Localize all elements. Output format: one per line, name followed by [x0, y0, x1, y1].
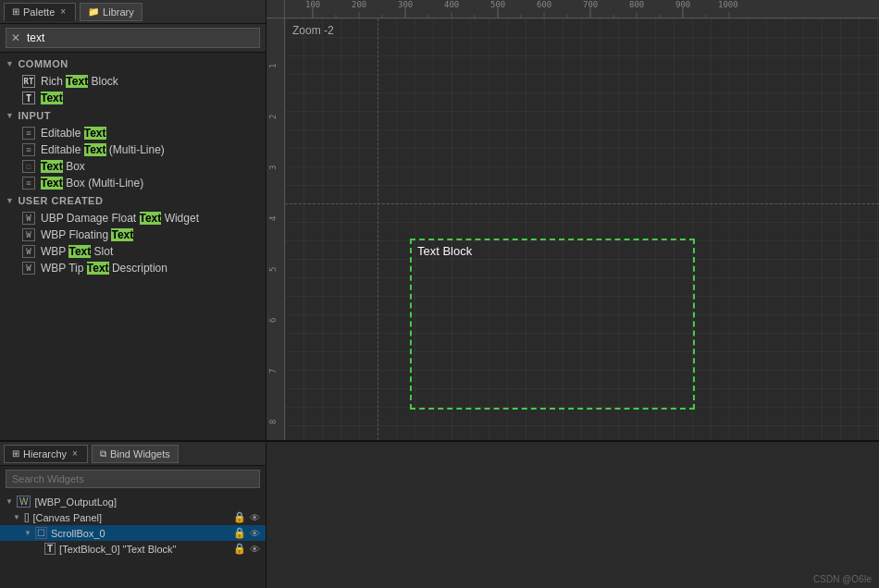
- palette-tab-label: Palette: [23, 6, 55, 18]
- palette-item-wbp-tip[interactable]: W WBP Tip Text Description: [0, 260, 266, 276]
- hierarchy-icon: ⊞: [12, 448, 19, 459]
- v-dashed-line: [378, 18, 378, 440]
- wbp-floating-label: WBP Floating Text: [41, 228, 133, 241]
- wbp-tip-icon: W: [22, 262, 35, 275]
- hierarchy-tab-label: Hierarchy: [23, 448, 67, 459]
- textblock-eye-icon[interactable]: 👁: [250, 544, 260, 555]
- palette-tab-bar: ⊞ Palette × 📁 Library: [0, 0, 266, 24]
- ruler-top-svg: 100 200 300 400 500 600 700 800: [285, 0, 879, 18]
- palette-item-rich-text-block[interactable]: RT Rich Text Block: [0, 73, 266, 90]
- ubp-icon: W: [22, 212, 35, 225]
- svg-text:200: 200: [352, 0, 366, 9]
- palette-item-text[interactable]: T Text: [0, 90, 266, 106]
- user-created-triangle: ▼: [6, 196, 14, 205]
- svg-text:700: 700: [583, 0, 598, 9]
- canvas-panel-label: [Canvas Panel]: [32, 512, 102, 523]
- wbp-slot-label: WBP Text Slot: [41, 245, 113, 258]
- svg-text:6: 6: [268, 318, 278, 323]
- textblock-icons: 🔒 👁: [233, 543, 260, 555]
- svg-rect-30: [266, 18, 285, 440]
- ruler-left: 1 2 3 4 5 6 7 8: [266, 18, 285, 440]
- svg-text:4: 4: [268, 216, 278, 221]
- text-box-label: Text Box: [41, 160, 85, 173]
- canvas-panel-icons: 🔒 👁: [233, 511, 260, 523]
- hierarchy-tree: ▼ W [WBP_OutputLog] ▼ [] [Canvas Panel] …: [0, 492, 266, 588]
- canvas-bottom-right: CSDN @O6Ie: [266, 442, 879, 588]
- tree-item-wbp-outputlog[interactable]: ▼ W [WBP_OutputLog]: [0, 494, 266, 509]
- svg-text:2: 2: [268, 115, 278, 119]
- wbp-tip-label: WBP Tip Text Description: [41, 262, 167, 275]
- tree-item-textblock0[interactable]: ▶ T [TextBlock_0] "Text Block" 🔒 👁: [0, 541, 266, 557]
- svg-text:500: 500: [490, 0, 505, 9]
- svg-text:100: 100: [305, 0, 320, 9]
- palette-item-editable-text[interactable]: ≡ Editable Text: [0, 125, 266, 141]
- common-triangle: ▼: [6, 59, 14, 68]
- hierarchy-tab-bar: ⊞ Hierarchy × ⧉ Bind Widgets: [0, 442, 266, 466]
- scrollbox-icons: 🔒 👁: [233, 527, 260, 539]
- palette-item-text-box-multi[interactable]: ≡ Text Box (Multi-Line): [0, 175, 266, 191]
- svg-text:900: 900: [675, 0, 690, 9]
- ruler-corner: [266, 0, 285, 18]
- svg-text:800: 800: [629, 0, 644, 9]
- svg-rect-0: [285, 0, 879, 18]
- svg-text:1: 1: [268, 64, 278, 68]
- tree-item-scrollbox0[interactable]: ▼ ☐ ScrollBox_0 🔒 👁: [0, 525, 266, 541]
- search-bar: ✕: [0, 24, 266, 53]
- palette-item-ubp-damage[interactable]: W UBP Damage Float Text Widget: [0, 210, 266, 227]
- svg-text:5: 5: [268, 267, 278, 272]
- bind-widgets-tab[interactable]: ⧉ Bind Widgets: [92, 445, 179, 463]
- rich-text-icon: RT: [22, 75, 35, 88]
- search-x-icon: ✕: [11, 31, 20, 44]
- editable-text-multi-icon: ≡: [22, 143, 35, 156]
- svg-text:7: 7: [268, 369, 278, 374]
- tree-item-canvas-panel[interactable]: ▼ [] [Canvas Panel] 🔒 👁: [0, 509, 266, 525]
- user-created-label: USER CREATED: [18, 195, 103, 206]
- scrollbox-icon: ☐: [35, 527, 47, 539]
- text-block-widget[interactable]: Text Block: [410, 239, 695, 410]
- canvas-area: 100 200 300 400 500 600 700 800: [266, 0, 879, 440]
- hierarchy-panel: ⊞ Hierarchy × ⧉ Bind Widgets ▼ W [WBP_Ou…: [0, 442, 266, 588]
- scrollbox-eye-icon[interactable]: 👁: [250, 528, 260, 539]
- palette-item-text-box[interactable]: ☐ Text Box: [0, 158, 266, 175]
- palette-close-button[interactable]: ×: [58, 6, 68, 17]
- textblock-lock-icon[interactable]: 🔒: [233, 543, 246, 555]
- section-common[interactable]: ▼ COMMON: [0, 55, 266, 73]
- palette-item-wbp-text-slot[interactable]: W WBP Text Slot: [0, 243, 266, 260]
- hierarchy-close-button[interactable]: ×: [70, 448, 80, 459]
- palette-tab[interactable]: ⊞ Palette ×: [4, 3, 76, 21]
- svg-text:300: 300: [398, 0, 413, 9]
- h-dashed-line: [285, 203, 879, 204]
- svg-text:8: 8: [268, 420, 278, 424]
- rich-text-label: Rich Text Block: [41, 75, 118, 88]
- text-box-multi-icon: ≡: [22, 177, 35, 190]
- hierarchy-tab[interactable]: ⊞ Hierarchy ×: [4, 445, 88, 463]
- search-input[interactable]: [6, 28, 260, 48]
- text-block-label: Text Block: [412, 240, 693, 262]
- scrollbox-label: ScrollBox_0: [51, 528, 105, 539]
- editable-text-label: Editable Text: [41, 127, 106, 140]
- section-user-created[interactable]: ▼ USER CREATED: [0, 191, 266, 210]
- palette-item-wbp-floating[interactable]: W WBP Floating Text: [0, 227, 266, 243]
- palette-list: ▼ COMMON RT Rich Text Block T Text ▼ INP…: [0, 53, 266, 440]
- library-tab[interactable]: 📁 Library: [80, 3, 142, 21]
- hierarchy-search-input[interactable]: [6, 470, 260, 488]
- palette-item-editable-text-multi[interactable]: ≡ Editable Text (Multi-Line): [0, 141, 266, 158]
- text-icon: T: [22, 92, 35, 104]
- text-box-multi-label: Text Box (Multi-Line): [41, 177, 143, 190]
- section-input[interactable]: ▼ INPUT: [0, 106, 266, 125]
- textblock-icon: T: [44, 543, 56, 555]
- canvas-panel-lock-icon[interactable]: 🔒: [233, 511, 246, 523]
- scrollbox-lock-icon[interactable]: 🔒: [233, 527, 246, 539]
- bind-widgets-label: Bind Widgets: [110, 448, 170, 459]
- input-triangle: ▼: [6, 111, 14, 120]
- library-tab-label: Library: [103, 6, 134, 18]
- canvas-panel-eye-icon[interactable]: 👁: [250, 512, 260, 523]
- svg-text:600: 600: [537, 0, 551, 9]
- input-label: INPUT: [18, 110, 51, 121]
- palette-grid-icon: ⊞: [12, 6, 19, 17]
- wbp-outputlog-label: [WBP_OutputLog]: [34, 496, 117, 508]
- ruler-top: 100 200 300 400 500 600 700 800: [285, 0, 879, 18]
- svg-text:3: 3: [268, 165, 278, 170]
- ubp-label: UBP Damage Float Text Widget: [41, 212, 199, 225]
- editable-text-multi-label: Editable Text (Multi-Line): [41, 143, 165, 156]
